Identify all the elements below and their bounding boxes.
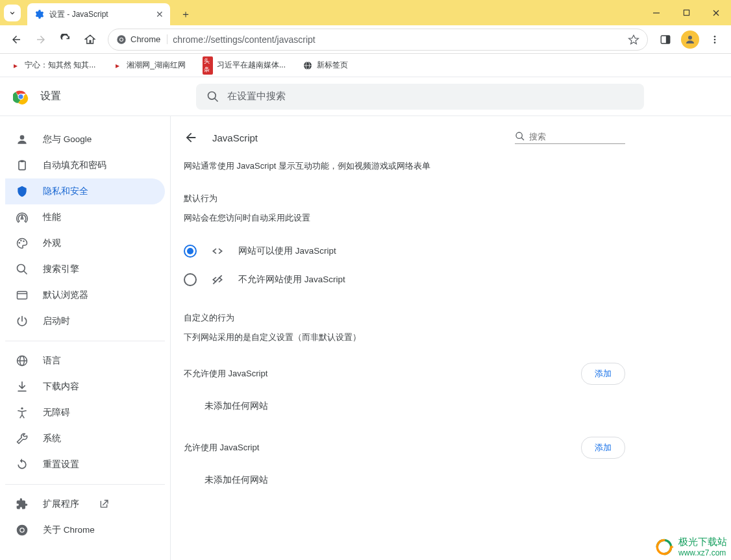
tab-title: 设置 - JavaScript [49,9,151,20]
divider [5,484,165,485]
watermark-logo-icon [654,537,675,557]
svg-point-25 [19,242,21,244]
block-empty-text: 未添加任何网站 [184,391,625,430]
sidebar-item-startup[interactable]: 启动时 [5,308,165,334]
divider [5,341,165,341]
content-search[interactable] [515,131,625,144]
home-button[interactable] [79,29,101,51]
minimize-button[interactable] [641,0,671,25]
default-behavior-label: 默认行为 [184,193,625,204]
close-window-button[interactable] [701,0,731,25]
back-arrow-button[interactable] [184,130,198,145]
watermark-url: www.xz7.com [678,548,727,557]
back-button[interactable] [5,29,27,51]
radio-allow-js[interactable]: 网站可以使用 JavaScript [184,237,625,265]
svg-rect-1 [684,10,689,15]
custom-behavior-label: 自定义的行为 [184,312,625,324]
svg-line-40 [521,138,524,140]
bookmark-item[interactable]: 头条习近平在越南媒体... [199,57,290,73]
browser-icon [16,289,29,302]
sidebar-item-accessibility[interactable]: 无障碍 [5,400,165,426]
allow-empty-text: 未添加任何网站 [184,465,625,504]
sidebar-item-about[interactable]: 关于 Chrome [5,517,165,543]
code-icon [211,245,224,258]
svg-point-27 [23,240,25,242]
settings-sidebar: 您与 Google 自动填充和密码 隐私和安全 性能 外观 搜索引擎 默认浏览器… [0,116,170,560]
sidebar-item-appearance[interactable]: 外观 [5,230,165,256]
browser-toolbar: Chrome chrome://settings/content/javascr… [0,25,731,54]
add-block-button[interactable]: 添加 [581,363,625,385]
sidebar-item-languages[interactable]: 语言 [5,348,165,374]
open-external-icon [99,499,109,509]
bookmark-item[interactable]: ▸湘潮网_湖南红网 [108,57,190,73]
svg-point-28 [18,265,25,273]
address-bar[interactable]: Chrome chrome://settings/content/javascr… [108,29,648,51]
custom-behavior-sub: 下列网站采用的是自定义设置（而非默认设置） [184,332,625,343]
svg-point-11 [714,36,716,38]
settings-title: 设置 [40,90,61,103]
settings-search-input[interactable]: 在设置中搜索 [196,84,644,110]
side-panel-icon[interactable] [654,29,676,51]
sidebar-item-system[interactable]: 系统 [5,426,165,452]
chrome-icon [16,524,29,537]
content-search-input[interactable] [529,132,620,141]
sidebar-item-performance[interactable]: 性能 [5,204,165,230]
bookmark-favicon: 头条 [203,60,213,71]
profile-avatar[interactable] [679,29,701,51]
default-behavior-sub: 网站会在您访问时自动采用此设置 [184,212,625,224]
settings-header: 设置 在设置中搜索 [0,77,731,116]
svg-point-39 [516,132,522,138]
svg-point-20 [208,91,216,99]
watermark: 极光下载站 www.xz7.com [654,536,727,557]
svg-rect-9 [667,36,670,43]
omnibox-label: Chrome [130,34,167,44]
search-icon [206,90,219,103]
speedometer-icon [16,211,29,224]
sidebar-item-reset[interactable]: 重置设置 [5,452,165,478]
sidebar-item-default-browser[interactable]: 默认浏览器 [5,282,165,308]
add-allow-button[interactable]: 添加 [581,437,625,459]
svg-point-35 [21,408,23,409]
chrome-icon [116,34,127,45]
forward-button[interactable] [30,29,52,51]
page-title: JavaScript [212,132,501,143]
chevron-down-icon [8,9,16,17]
svg-line-29 [24,271,27,274]
radio-icon [184,245,197,258]
bookmark-item[interactable]: 新标签页 [299,57,352,73]
browser-tab[interactable]: 设置 - JavaScript ✕ [27,3,170,25]
close-icon[interactable]: ✕ [156,9,164,19]
svg-point-12 [714,38,716,40]
bookmark-item[interactable]: ▸宁心：知其然 知其... [6,57,99,73]
svg-point-6 [120,38,123,41]
globe-icon [303,60,313,71]
svg-rect-23 [19,161,25,169]
sidebar-item-privacy[interactable]: 隐私和安全 [5,178,165,204]
sidebar-item-extensions[interactable]: 扩展程序 [5,491,165,517]
reload-button[interactable] [55,29,77,51]
svg-point-19 [19,94,23,99]
power-icon [16,315,29,328]
maximize-button[interactable] [671,0,701,25]
bookmark-favicon: ▸ [112,60,123,71]
search-icon [515,131,525,141]
sidebar-item-search-engine[interactable]: 搜索引擎 [5,256,165,282]
sidebar-item-downloads[interactable]: 下载内容 [5,374,165,400]
gear-icon [34,9,44,19]
radio-block-js[interactable]: 不允许网站使用 JavaScript [184,265,625,294]
watermark-name: 极光下载站 [678,536,727,548]
tab-search-button[interactable] [0,0,25,25]
new-tab-button[interactable]: ＋ [177,5,195,23]
svg-point-26 [20,240,21,242]
sidebar-item-autofill[interactable]: 自动填充和密码 [5,152,165,178]
block-list-header: 不允许使用 JavaScript [184,368,267,380]
sidebar-item-you-google[interactable]: 您与 Google [5,127,165,152]
palette-icon [16,237,29,250]
star-icon[interactable] [628,34,639,45]
person-icon [16,133,29,146]
svg-marker-42 [671,545,674,548]
shield-icon [16,185,29,198]
code-blocked-icon [211,273,224,286]
menu-button[interactable] [704,29,726,51]
svg-line-41 [213,275,221,284]
